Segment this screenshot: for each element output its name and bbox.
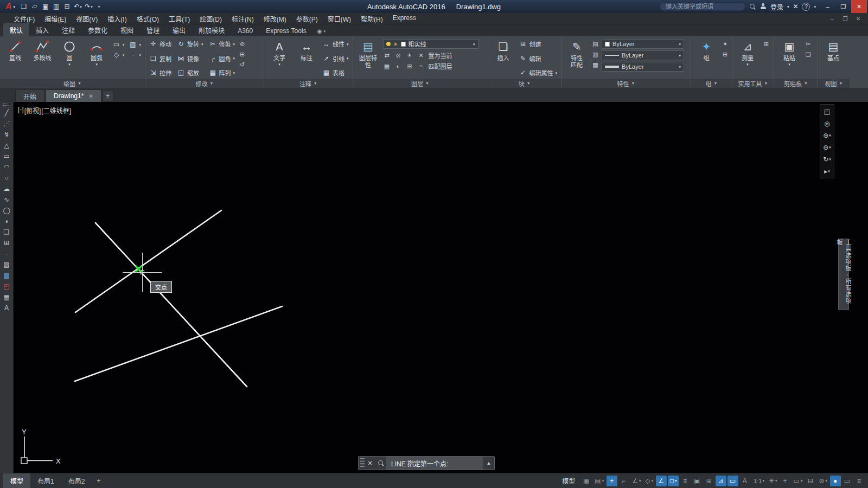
command-line[interactable]: ✕ LINE 指定第一个点: ▲ [358,456,495,470]
search-input[interactable] [660,2,745,11]
file-tab[interactable]: Drawing1* ✕ [46,89,101,102]
status-toggle[interactable]: ▣ [692,476,703,486]
model-space-canvas[interactable]: [-][俯视][二维线框] 交点 Y X ✕ LINE 指定第一个点 [14,102,868,473]
object-color-dropdown[interactable]: ByLayer [602,39,684,49]
annotate-tool-button[interactable]: ↗ 引线 [321,54,350,63]
status-toggle[interactable]: ▭ [727,476,738,486]
layer-tool-icon[interactable]: ⊞ [406,63,414,70]
properties-list-icon[interactable]: ▥ [591,51,599,58]
modify-tool-button[interactable]: ✂ 修剪 [208,40,237,48]
viewport-control[interactable]: [俯视] [24,106,41,115]
panel-title-properties[interactable]: 特性 [561,79,691,88]
clipboard-extra-icon[interactable]: ✂ [804,41,812,48]
draw-extra-button[interactable]: ▭ [111,41,126,48]
dimension-button[interactable]: ↔ 标注 [294,38,319,79]
command-input[interactable]: LINE 指定第一个点: [386,457,483,470]
ribbon-tab[interactable]: 插入 [29,23,55,36]
close-tab-icon[interactable]: ✕ [88,93,93,99]
layer-tool-icon[interactable]: ≈ [417,63,425,70]
clipboard-extra-icon[interactable]: ❏ [804,51,812,58]
navigation-button[interactable]: ⊖ [821,142,833,152]
panel-title-view[interactable]: 视图 [818,79,850,88]
panel-title-utilities[interactable]: 实用工具 [732,79,774,88]
close-button[interactable]: ✕ [851,0,867,13]
draw-toolbar-button[interactable]: A [1,303,12,313]
status-toggle[interactable]: ● [830,476,841,486]
layer-tool-icon[interactable]: ⇄ [383,52,391,59]
status-toggle[interactable]: ∠ [630,476,642,486]
help-icon[interactable]: ? [802,3,810,11]
layer-tool-icon[interactable]: ✕ [417,52,425,59]
group-extra-icon[interactable]: ✦ [721,41,729,48]
modify-tool-button[interactable]: ↻ 旋转 [176,40,205,48]
group-extra-icon[interactable]: ⊞ [721,51,729,58]
draw-extra-button[interactable]: ▨ [128,41,143,48]
panel-title-clipboard[interactable]: 剪贴板 [774,79,818,88]
status-toggle[interactable]: 1:1 [751,476,766,486]
draw-toolbar-button[interactable]: ⋰ [1,119,12,129]
ribbon-tab[interactable]: 视图 [114,23,140,36]
toolbar-grip[interactable] [3,104,10,106]
panel-title-group[interactable]: 组 [691,79,732,88]
quick-access-button[interactable]: ↷ [84,2,94,12]
ribbon-tab[interactable]: A360 [231,25,259,36]
navigation-button[interactable]: ◰ [821,106,833,117]
match-properties-button[interactable]: ✎ 特性匹配 [564,38,589,79]
line-button[interactable]: 直线 [3,38,28,79]
ribbon-display-options[interactable]: ◉ [313,28,330,36]
menu-item[interactable]: 编辑(E) [40,13,71,24]
menu-item[interactable]: 窗口(W) [323,13,356,24]
polyline-button[interactable]: 多段线 [30,38,55,79]
draw-toolbar-button[interactable]: ◰ [1,281,12,291]
model-paper-toggle[interactable]: 模型 [557,476,580,485]
layer-properties-button[interactable]: ▤ 图层特性 [356,38,381,79]
draw-toolbar-button[interactable]: ⊞ [1,238,12,248]
draw-toolbar-button[interactable]: ◯ [1,206,12,215]
doc-window-button[interactable]: – [827,16,838,22]
menu-item[interactable]: 插入(I) [103,13,131,24]
ribbon-tab[interactable]: 输出 [166,23,192,36]
status-toggle[interactable]: ≡ [854,476,865,486]
panel-title-modify[interactable]: 修改 [145,79,264,88]
draw-toolbar-button[interactable]: ╱ [1,108,12,118]
modify-extra-button[interactable]: ↺ [238,61,246,68]
status-toggle[interactable]: ⊘ [817,476,829,486]
panel-title-layers[interactable]: 图层 [353,79,488,88]
status-toggle[interactable]: ∠ [656,476,667,486]
panel-title-block[interactable]: 块 [488,79,561,88]
modify-tool-button[interactable]: ╭ 圆角 [208,54,237,63]
modify-tool-button[interactable]: ⇲ 拉伸 [148,68,173,77]
ribbon-tab[interactable]: 参数化 [81,23,114,36]
menu-item[interactable]: 修改(M) [259,13,291,24]
draw-toolbar-button[interactable]: ☁ [1,184,12,194]
annotate-tool-button[interactable]: ↔ 线性 [321,40,350,48]
command-history-toggle[interactable]: ▲ [483,460,494,466]
navigation-button[interactable]: ▸ [821,166,833,176]
status-toggle[interactable]: ◇ [643,476,655,486]
menu-item[interactable]: 格式(O) [132,13,164,24]
status-toggle[interactable]: ≡ [680,476,691,486]
menu-item[interactable]: 工具(T) [164,13,195,24]
layer-tool-icon[interactable]: ◐ [394,63,403,70]
group-button[interactable]: ✦ 组 [694,38,719,79]
menu-item[interactable]: 参数(P) [291,13,323,24]
status-toggle[interactable]: ▤ [593,476,605,486]
paste-button[interactable]: ▣ 粘贴 [777,38,802,79]
layer-tool-icon[interactable]: ▦ [383,63,391,70]
navigation-button[interactable]: ◎ [821,118,833,129]
block-tool-button[interactable]: ⊞ 创建 [518,40,559,48]
chevron-down-icon[interactable] [814,5,816,9]
quick-access-button[interactable]: ▱ [29,2,40,12]
ribbon-tab[interactable]: 管理 [140,23,166,36]
command-line-grip[interactable] [360,458,365,468]
navigation-button[interactable]: ⊕ [821,130,833,140]
layout-tab[interactable]: 布局2 [61,473,92,488]
status-toggle[interactable]: + [780,476,791,486]
menu-item[interactable]: 视图(V) [71,13,103,24]
annotate-tool-button[interactable]: ▦ 表格 [321,68,350,77]
chevron-down-icon[interactable] [787,5,789,9]
ribbon-tab[interactable]: 注释 [55,23,81,36]
doc-window-button[interactable]: ❐ [840,16,851,22]
panel-title-annotate[interactable]: 注释 [264,79,353,88]
draw-toolbar-button[interactable]: ∿ [1,195,12,204]
